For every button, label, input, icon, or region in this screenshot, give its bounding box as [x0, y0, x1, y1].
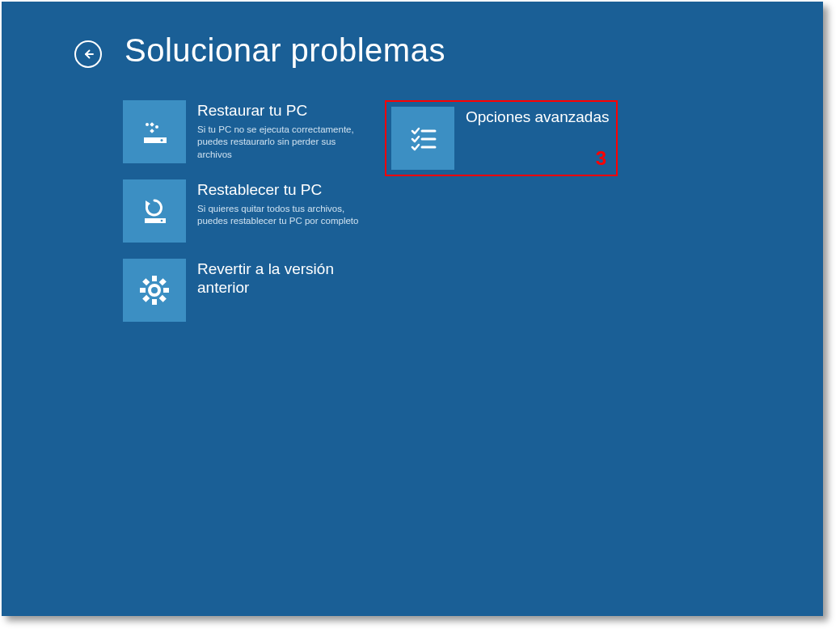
restore-icon — [123, 100, 186, 163]
option-advanced-options[interactable]: Opciones avanzadas — [391, 107, 611, 170]
option-revert-title: Revertir a la versión anterior — [197, 260, 365, 298]
svg-rect-17 — [142, 278, 150, 285]
svg-point-1 — [146, 123, 149, 126]
highlight-annotation: Opciones avanzadas 3 — [385, 100, 618, 176]
svg-rect-16 — [142, 295, 150, 302]
annotation-number: 3 — [596, 147, 606, 170]
svg-rect-12 — [152, 299, 157, 305]
page-title: Solucionar problemas — [125, 32, 445, 69]
svg-rect-11 — [152, 276, 157, 281]
option-restore-pc[interactable]: Restaurar tu PC Si tu PC no se ejecuta c… — [123, 100, 365, 163]
options-container: Restaurar tu PC Si tu PC no se ejecuta c… — [123, 100, 618, 322]
header: Solucionar problemas — [74, 32, 445, 69]
option-advanced-title: Opciones avanzadas — [466, 108, 609, 127]
svg-rect-18 — [159, 295, 167, 302]
svg-rect-15 — [159, 278, 167, 285]
option-reset-pc[interactable]: Restablecer tu PC Si quieres quitar todo… — [123, 179, 365, 243]
svg-point-6 — [161, 139, 163, 141]
svg-rect-4 — [150, 129, 154, 133]
back-arrow-icon — [81, 47, 95, 61]
svg-rect-13 — [140, 288, 146, 293]
gear-icon — [123, 259, 186, 322]
option-reset-desc: Si quieres quitar todos tus archivos, pu… — [197, 203, 365, 228]
svg-point-3 — [155, 125, 158, 129]
back-button[interactable] — [74, 40, 102, 68]
svg-rect-5 — [144, 137, 167, 143]
option-reset-title: Restablecer tu PC — [197, 181, 365, 200]
option-revert-version[interactable]: Revertir a la versión anterior — [123, 259, 365, 322]
svg-point-10 — [150, 285, 159, 295]
advanced-options-icon — [391, 107, 454, 170]
troubleshoot-panel: Solucionar problemas Restaurar tu PC — [2, 2, 823, 616]
option-restore-title: Restaurar tu PC — [197, 102, 365, 120]
svg-point-9 — [161, 220, 163, 222]
reset-icon — [123, 179, 186, 243]
option-restore-desc: Si tu PC no se ejecuta correctamente, pu… — [197, 124, 365, 162]
svg-rect-14 — [163, 288, 169, 293]
svg-rect-2 — [150, 122, 154, 127]
